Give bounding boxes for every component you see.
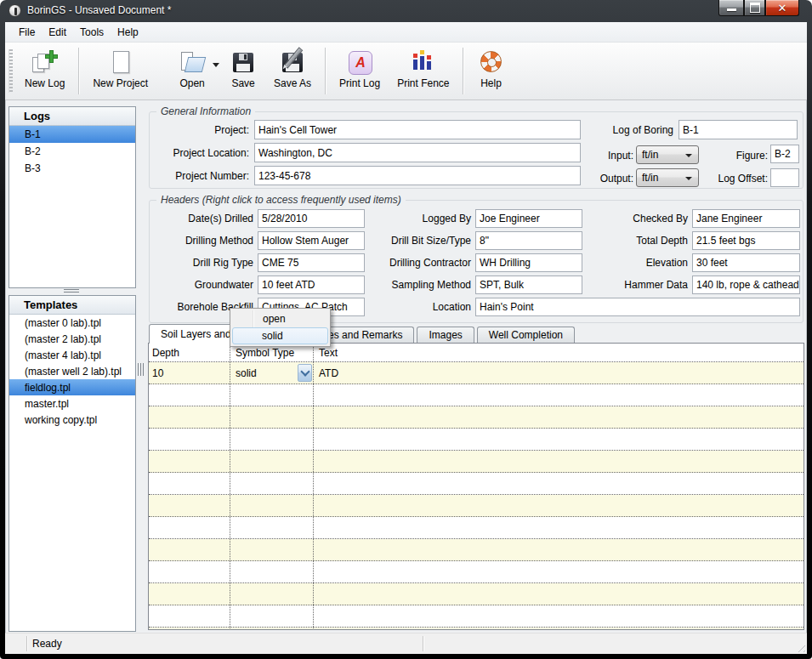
text-field[interactable]: Joe Engineer bbox=[475, 209, 582, 228]
template-list-item[interactable]: (master well 2 lab).tpl bbox=[9, 363, 135, 379]
cell-depth[interactable]: 10 bbox=[149, 362, 230, 383]
output-units-dropdown[interactable]: ft/in bbox=[636, 168, 699, 187]
text-field[interactable]: 123-45-678 bbox=[254, 166, 581, 185]
minimize-button[interactable] bbox=[718, 0, 744, 16]
maximize-button[interactable] bbox=[744, 0, 765, 16]
column-header-text[interactable]: Text bbox=[314, 344, 803, 361]
column-header-depth[interactable]: Depth bbox=[149, 344, 230, 361]
cell-depth[interactable] bbox=[149, 384, 230, 406]
table-row[interactable] bbox=[149, 429, 803, 451]
menu-item[interactable]: Tools bbox=[73, 24, 111, 41]
menu-item[interactable]: Help bbox=[111, 24, 145, 41]
template-list-item[interactable]: (master 0 lab).tpl bbox=[9, 315, 135, 331]
text-field[interactable]: Hain's Cell Tower bbox=[254, 120, 581, 139]
cell-symbol-type[interactable] bbox=[230, 517, 314, 538]
cell-symbol-type[interactable] bbox=[230, 406, 314, 428]
table-row[interactable] bbox=[149, 451, 803, 473]
cell-symbol-type[interactable] bbox=[230, 605, 314, 627]
text-field[interactable]: 30 feet bbox=[692, 253, 800, 272]
context-menu-item[interactable]: open bbox=[232, 310, 328, 327]
log-list-item[interactable]: B-1 bbox=[9, 126, 135, 143]
help-button[interactable]: Help bbox=[470, 45, 511, 97]
cell-text[interactable] bbox=[314, 451, 803, 472]
save-as-button[interactable]: Save As bbox=[267, 45, 318, 97]
text-field[interactable]: 8" bbox=[475, 231, 582, 250]
close-button[interactable]: ✕ bbox=[765, 0, 799, 16]
toolbar-grip[interactable] bbox=[9, 49, 13, 93]
figure-field[interactable]: B-2 bbox=[770, 145, 799, 163]
cell-depth[interactable] bbox=[149, 628, 230, 630]
cell-symbol-type[interactable] bbox=[230, 583, 314, 605]
cell-text[interactable] bbox=[314, 473, 803, 494]
cell-depth[interactable] bbox=[149, 583, 230, 605]
table-row[interactable] bbox=[149, 406, 803, 429]
template-list-item[interactable]: fieldlog.tpl bbox=[9, 379, 135, 395]
cell-text[interactable] bbox=[314, 561, 803, 582]
template-list-item[interactable]: (master 4 lab).tpl bbox=[9, 347, 135, 363]
context-menu-item[interactable]: solid bbox=[232, 327, 328, 344]
table-row[interactable] bbox=[149, 561, 803, 583]
cell-text[interactable] bbox=[314, 406, 803, 428]
cell-text[interactable] bbox=[314, 605, 803, 627]
sidebar-splitter-grip[interactable] bbox=[138, 363, 145, 376]
log-list-item[interactable]: B-3 bbox=[9, 160, 135, 177]
log-offset-field[interactable] bbox=[770, 168, 799, 187]
cell-text[interactable] bbox=[314, 495, 803, 516]
cell-symbol-type[interactable] bbox=[230, 561, 314, 582]
cell-depth[interactable] bbox=[149, 473, 230, 494]
open-dropdown-arrow[interactable] bbox=[213, 63, 219, 67]
cell-symbol-type[interactable] bbox=[230, 451, 314, 472]
cell-text[interactable] bbox=[314, 583, 803, 605]
text-field[interactable]: 5/28/2010 bbox=[258, 209, 365, 228]
text-field[interactable]: 10 feet ATD bbox=[258, 276, 365, 294]
input-units-dropdown[interactable]: ft/in bbox=[636, 145, 699, 164]
text-field[interactable]: Washington, DC bbox=[254, 143, 581, 162]
cell-depth[interactable] bbox=[149, 429, 230, 450]
text-field[interactable]: CME 75 bbox=[258, 253, 365, 272]
table-row[interactable] bbox=[149, 473, 803, 495]
table-row[interactable] bbox=[149, 384, 803, 406]
cell-depth[interactable] bbox=[149, 561, 230, 582]
cell-text[interactable] bbox=[314, 539, 803, 560]
cell-text[interactable] bbox=[314, 517, 803, 538]
template-list-item[interactable]: working copy.tpl bbox=[9, 412, 135, 428]
cell-depth[interactable] bbox=[149, 495, 230, 516]
cell-depth[interactable] bbox=[149, 451, 230, 472]
text-field[interactable]: 140 lb, rope & cathead bbox=[692, 276, 800, 294]
new-project-button[interactable]: New Project bbox=[86, 45, 155, 97]
cell-symbol-type[interactable] bbox=[230, 539, 314, 560]
template-list-item[interactable]: (master 2 lab).tpl bbox=[9, 331, 135, 347]
cell-depth[interactable] bbox=[149, 539, 230, 560]
tab[interactable]: Well Completion bbox=[477, 327, 575, 343]
cell-symbol-type[interactable] bbox=[230, 384, 314, 406]
resize-grip[interactable] bbox=[795, 642, 805, 652]
title-bar[interactable]: BorinGS - Unsaved Document * ✕ bbox=[0, 0, 812, 22]
menu-item[interactable]: Edit bbox=[42, 24, 73, 41]
cell-text[interactable] bbox=[314, 384, 803, 406]
text-field[interactable]: Hollow Stem Auger bbox=[258, 231, 365, 250]
table-row[interactable] bbox=[149, 539, 803, 561]
cell-symbol-type[interactable] bbox=[230, 473, 314, 494]
symbol-type-combo-button[interactable] bbox=[298, 364, 312, 382]
text-field[interactable]: Jane Engineer bbox=[692, 209, 800, 228]
open-button[interactable]: Open bbox=[172, 45, 213, 97]
cell-symbol-type[interactable] bbox=[230, 429, 314, 450]
print-fence-button[interactable]: Print Fence bbox=[390, 45, 456, 97]
log-list-item[interactable]: B-2 bbox=[9, 143, 135, 160]
table-row[interactable] bbox=[149, 495, 803, 517]
cell-text[interactable] bbox=[314, 628, 803, 630]
table-row[interactable] bbox=[149, 583, 803, 605]
logs-templates-splitter[interactable] bbox=[9, 287, 134, 295]
table-row[interactable] bbox=[149, 517, 803, 539]
table-row[interactable]: 10 solid ATD bbox=[149, 362, 803, 384]
table-row[interactable] bbox=[149, 628, 803, 630]
cell-depth[interactable] bbox=[149, 605, 230, 627]
cell-text[interactable] bbox=[314, 429, 803, 450]
tab[interactable]: Images bbox=[417, 327, 474, 343]
menu-item[interactable]: File bbox=[12, 24, 42, 41]
template-list-item[interactable]: master.tpl bbox=[9, 395, 135, 412]
print-log-button[interactable]: A Print Log bbox=[332, 45, 387, 97]
text-field[interactable]: SPT, Bulk bbox=[475, 276, 582, 294]
save-button[interactable]: Save bbox=[223, 45, 264, 97]
cell-text[interactable]: ATD bbox=[314, 362, 803, 383]
